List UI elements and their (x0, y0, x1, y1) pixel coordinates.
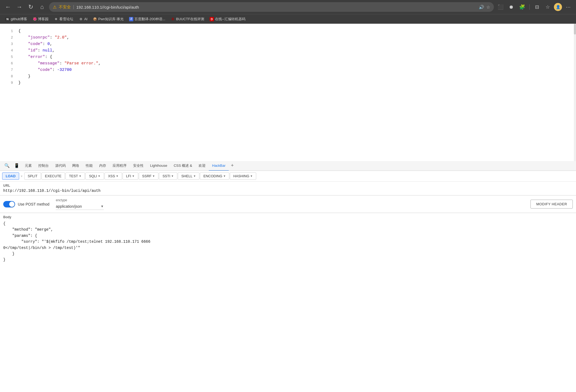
xss-button[interactable]: XSS ▼ (105, 172, 122, 180)
tab-network[interactable]: 网络 (69, 161, 82, 171)
json-line-3: 3 "code": 0, (0, 41, 576, 47)
bookmark-cnblogs-icon: 🌺 (33, 17, 37, 21)
test-arrow: ▼ (79, 175, 82, 178)
enctype-value[interactable]: application/json (56, 204, 99, 209)
tab-welcome-label: 欢迎 (199, 163, 206, 168)
tab-sources[interactable]: 源代码 (52, 161, 69, 171)
execute-button[interactable]: EXECUTE (41, 172, 65, 180)
profile-button[interactable]: 👤 (554, 3, 562, 11)
tab-application-label: 应用程序 (113, 163, 127, 168)
enctype-section: enctype application/json ▼ (56, 198, 104, 210)
encoding-arrow: ▼ (223, 175, 226, 178)
split-button[interactable]: SPLIT (24, 172, 41, 180)
lfi-button[interactable]: LFI ▼ (123, 172, 138, 180)
line-number: 8 (4, 74, 13, 79)
ssrf-arrow: ▼ (152, 175, 155, 178)
load-button[interactable]: LOAD (2, 172, 19, 180)
tab-lighthouse[interactable]: Lighthouse (147, 161, 171, 171)
bookmark-ai[interactable]: ⚙ AI (77, 16, 89, 22)
body-content[interactable]: { "method": "merge", "params": { "sorry"… (3, 221, 573, 263)
tab-elements[interactable]: 元素 (22, 161, 35, 171)
home-icon: ⌂ (40, 4, 44, 11)
home-button[interactable]: ⌂ (37, 2, 47, 12)
bookmark-asm[interactable]: D 在线--汇编转机器码 (207, 16, 248, 22)
post-toggle[interactable] (3, 201, 15, 207)
scrollbar-thumb[interactable] (574, 24, 576, 34)
split-button[interactable]: ⊟ (532, 2, 542, 12)
sqli-button[interactable]: SQLI ▼ (85, 172, 104, 180)
hashing-label: HASHING (233, 174, 249, 178)
ssrf-button[interactable]: SSRF ▼ (139, 172, 159, 180)
hashing-button[interactable]: HASHING ▼ (230, 172, 256, 180)
bookmark-kanxue[interactable]: ❄ 看雪论坛 (52, 16, 75, 22)
tab-hackbar[interactable]: HackBar (209, 161, 229, 171)
encoding-button[interactable]: ENCODING ▼ (200, 172, 229, 180)
tab-console[interactable]: 控制台 (35, 161, 52, 171)
bookmark-github-icon: N (5, 17, 10, 21)
bookmark-buuctf[interactable]: B BUUCTF在线评测 (168, 16, 206, 22)
modify-header-label: MODIFY HEADER (536, 202, 567, 206)
tab-sources-label: 源代码 (55, 163, 66, 168)
bookmark-translate[interactable]: 译 百度翻译-200种语... (127, 16, 168, 22)
modify-header-button[interactable]: MODIFY HEADER (530, 200, 573, 209)
reload-button[interactable]: ↻ (26, 2, 36, 12)
load-dropdown-arrow[interactable]: ▼ (20, 175, 23, 178)
url-value[interactable]: http://192.168.110.1//cgi-bin/luci/api/a… (3, 189, 573, 193)
lfi-label: LFI (126, 174, 131, 178)
json-content: "code": 0, (18, 41, 52, 47)
more-button[interactable]: ⋯ (564, 2, 573, 12)
favorites-button[interactable]: ☆ (543, 2, 552, 12)
enctype-select-container[interactable]: application/json ▼ (56, 203, 104, 210)
tab-css-overview[interactable]: CSS 概述 & (171, 161, 196, 171)
bookmark-translate-icon: 译 (129, 17, 133, 21)
bookmark-cnblogs[interactable]: 🌺 博客园 (30, 16, 51, 22)
bookmark-github[interactable]: N github博客 (3, 16, 29, 22)
sqli-label: SQLI (89, 174, 97, 178)
record-button[interactable]: ⏺ (507, 2, 516, 12)
back-button[interactable]: ← (3, 2, 13, 12)
forward-button[interactable]: → (15, 2, 24, 12)
line-number: 2 (4, 35, 13, 41)
address-bar[interactable]: ⚠ 不安全 | 192.168.110.1//cgi-bin/luci/api/… (49, 2, 494, 12)
ext-manager-button[interactable]: ⬛ (496, 2, 505, 12)
devtools-tabs: 🔍 📱 元素 控制台 源代码 网络 性能 内存 (0, 161, 576, 171)
sqli-arrow: ▼ (98, 175, 100, 178)
hashing-arrow: ▼ (250, 175, 253, 178)
tab-security[interactable]: 安全性 (130, 161, 147, 171)
enctype-dropdown-arrow[interactable]: ▼ (100, 204, 104, 208)
lfi-arrow: ▼ (132, 175, 135, 178)
address-text[interactable]: 192.168.110.1//cgi-bin/luci/api/auth (76, 5, 477, 9)
read-aloud-icon[interactable]: 🔊 (479, 5, 484, 10)
tab-performance[interactable]: 性能 (82, 161, 96, 171)
tab-css-overview-label: CSS 概述 & (174, 163, 192, 168)
json-line-4: 4 "id": null, (0, 47, 576, 54)
tab-network-label: 网络 (72, 163, 79, 168)
bookmark-pwn-label: Pwn知识库·琢光 (98, 17, 124, 22)
bookmark-icon[interactable]: ☆ (486, 5, 490, 10)
tab-application[interactable]: 应用程序 (109, 161, 130, 171)
bookmark-ai-label: AI (84, 17, 87, 21)
tab-device[interactable]: 📱 (12, 161, 22, 171)
line-number: 9 (4, 80, 13, 86)
bookmark-cnblogs-label: 博客园 (38, 17, 48, 22)
scrollbar-track[interactable] (574, 24, 576, 161)
tab-welcome[interactable]: 欢迎 (195, 161, 209, 171)
insecure-label: 不安全 (59, 5, 71, 10)
line-number: 1 (4, 29, 13, 34)
json-line-7: 7 "code": -32700 (0, 67, 576, 73)
json-line-1: 1 { (0, 28, 576, 34)
tab-add[interactable]: + (229, 161, 236, 171)
tab-inspect[interactable]: 🔍 (2, 161, 12, 171)
test-button[interactable]: TEST ▼ (65, 172, 85, 180)
browser-toolbar: ← → ↻ ⌂ ⚠ 不安全 | 192.168.110.1//cgi-bin/l… (0, 0, 576, 14)
extensions-button[interactable]: 🧩 (518, 2, 527, 12)
bookmark-pwn[interactable]: 📦 Pwn知识库·琢光 (91, 16, 126, 22)
ssti-button[interactable]: SSTI ▼ (159, 172, 177, 180)
device-icon: 📱 (14, 163, 19, 168)
tab-elements-label: 元素 (25, 163, 32, 168)
json-close-brace: } (18, 80, 21, 86)
encoding-label: ENCODING (203, 174, 222, 178)
tab-memory[interactable]: 内存 (96, 161, 109, 171)
nav-buttons: ← → ↻ ⌂ (3, 2, 47, 12)
shell-button[interactable]: SHELL ▼ (178, 172, 199, 180)
